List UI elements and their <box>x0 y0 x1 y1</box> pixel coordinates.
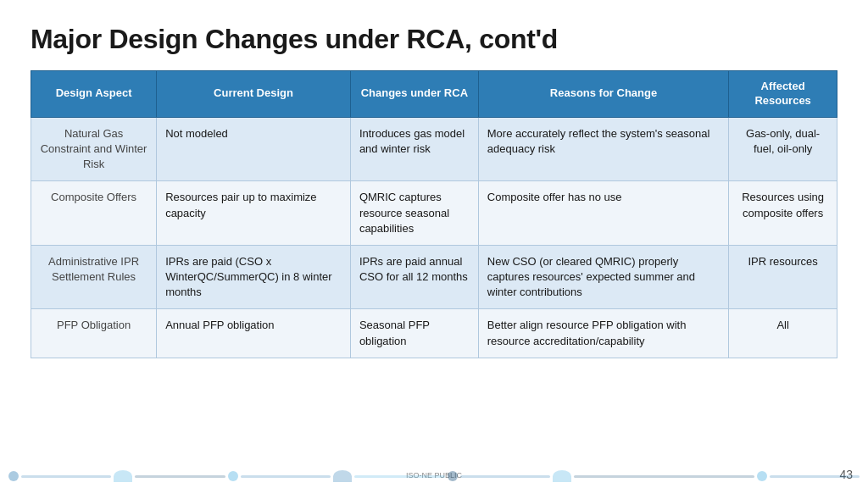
col-header-reasons-for-change: Reasons for Change <box>478 71 728 118</box>
cell-2-0: Administrative IPR Settlement Rules <box>31 245 157 309</box>
dec-arc-1 <box>114 470 132 482</box>
dec-line-4 <box>354 475 444 478</box>
col-header-changes-under-rca: Changes under RCA <box>350 71 478 118</box>
dec-line-1 <box>21 475 111 478</box>
cell-3-1: Annual PFP obligation <box>157 309 351 358</box>
slide: Major Design Changes under RCA, cont'd D… <box>0 0 868 488</box>
slide-title: Major Design Changes under RCA, cont'd <box>31 24 837 55</box>
dec-circle-4 <box>757 471 767 481</box>
cell-1-1: Resources pair up to maximize capacity <box>157 181 351 246</box>
cell-2-3: New CSO (or cleared QMRIC) properly capt… <box>478 245 728 309</box>
cell-1-0: Composite Offers <box>31 181 157 246</box>
table-header-row: Design Aspect Current Design Changes und… <box>31 71 837 118</box>
cell-1-4: Resources using composite offers <box>729 181 837 246</box>
decoration-container <box>0 464 868 488</box>
cell-3-3: Better align resource PFP obligation wit… <box>478 309 728 358</box>
cell-3-4: All <box>729 309 837 358</box>
cell-2-2: IPRs are paid annual CSO for all 12 mont… <box>350 245 478 309</box>
dec-line-3 <box>241 475 331 478</box>
col-header-design-aspect: Design Aspect <box>31 71 157 118</box>
cell-2-1: IPRs are paid (CSO x WinterQC/SummerQC) … <box>157 245 351 309</box>
cell-3-0: PFP Obligation <box>31 309 157 358</box>
dec-line-7 <box>770 475 860 478</box>
dec-arc-3 <box>553 470 571 482</box>
table-row: PFP ObligationAnnual PFP obligationSeaso… <box>31 309 837 358</box>
dec-arc-2 <box>333 470 352 482</box>
footer-decoration <box>0 464 868 488</box>
cell-0-2: Introduces gas model and winter risk <box>350 117 478 181</box>
table-row: Composite OffersResources pair up to max… <box>31 181 837 246</box>
cell-2-4: IPR resources <box>729 245 837 309</box>
col-header-affected-resources: Affected Resources <box>729 71 837 118</box>
dec-line-5 <box>460 475 550 478</box>
design-changes-table: Design Aspect Current Design Changes und… <box>31 70 837 358</box>
table-row: Natural Gas Constraint and Winter RiskNo… <box>31 117 837 181</box>
cell-0-4: Gas-only, dual-fuel, oil-only <box>729 117 837 181</box>
cell-3-2: Seasonal PFP obligation <box>350 309 478 358</box>
cell-0-1: Not modeled <box>157 117 351 181</box>
table-row: Administrative IPR Settlement RulesIPRs … <box>31 245 837 309</box>
dec-line-2 <box>135 475 225 478</box>
cell-0-0: Natural Gas Constraint and Winter Risk <box>31 117 157 181</box>
dec-circle-3 <box>448 471 458 481</box>
dec-line-6 <box>574 475 754 478</box>
cell-1-3: Composite offer has no use <box>478 181 728 246</box>
cell-1-2: QMRIC captures resource seasonal capabil… <box>350 181 478 246</box>
col-header-current-design: Current Design <box>157 71 351 118</box>
dec-circle-1 <box>8 471 19 481</box>
cell-0-3: More accurately reflect the system's sea… <box>478 117 728 181</box>
dec-circle-2 <box>228 471 238 481</box>
